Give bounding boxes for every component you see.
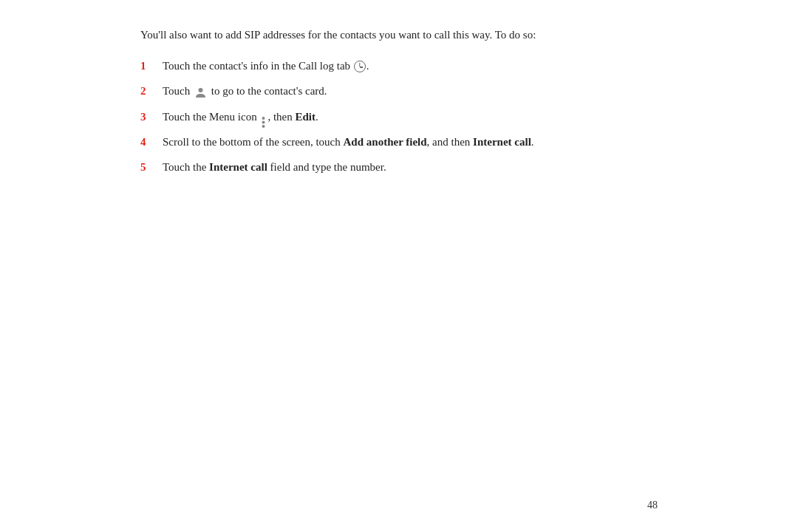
step-number-1: 1 [140,57,163,75]
step-4: 4 Scroll to the bottom of the screen, to… [140,133,658,151]
step-number-3: 3 [140,108,163,126]
step-5: 5 Touch the Internet call field and type… [140,158,658,176]
intro-paragraph: You'll also want to add SIP addresses fo… [140,27,658,44]
svg-point-0 [199,88,203,92]
internet-call-bold-2: Internet call [209,161,267,173]
step-2: 2 Touch to go to the contact's card. [140,82,658,101]
step-number-2: 2 [140,82,163,100]
step-3-text: Touch the Menu icon , then Edit. [163,108,318,126]
person-icon [194,83,207,100]
add-another-field-bold: Add another field [344,136,427,148]
svg-point-1 [262,117,265,120]
step-3: 3 Touch the Menu icon , then Edit. [140,108,658,126]
page-content: You'll also want to add SIP addresses fo… [0,0,798,210]
edit-bold: Edit [296,111,316,123]
step-5-text: Touch the Internet call field and type t… [163,158,386,176]
page-number: 48 [647,499,658,511]
menu-dots-icon [262,112,265,123]
step-1: 1 Touch the contact's info in the Call l… [140,57,658,75]
svg-point-2 [262,121,265,124]
step-number-4: 4 [140,133,163,151]
step-2-text: Touch to go to the contact's card. [163,82,327,101]
steps-list: 1 Touch the contact's info in the Call l… [140,57,658,177]
step-4-text: Scroll to the bottom of the screen, touc… [163,133,534,151]
step-1-text: Touch the contact's info in the Call log… [163,57,369,75]
step-number-5: 5 [140,158,163,176]
clock-icon [354,61,366,72]
internet-call-bold-1: Internet call [473,136,531,148]
svg-point-3 [262,125,265,128]
